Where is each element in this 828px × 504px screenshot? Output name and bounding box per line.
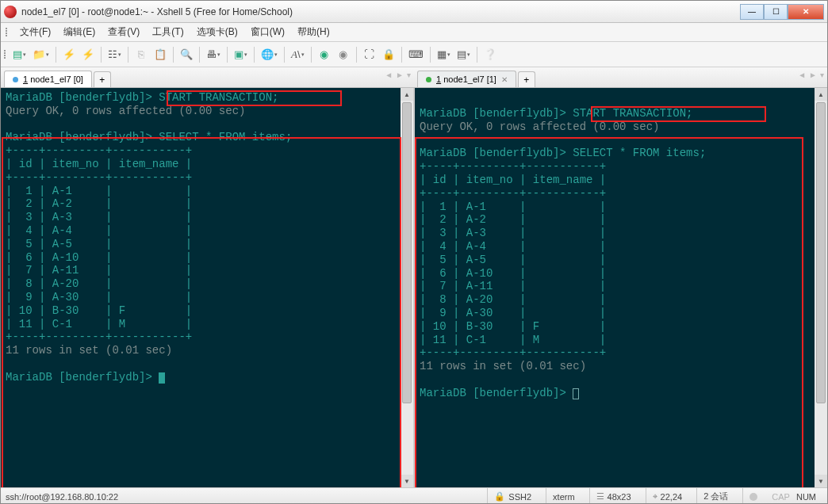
help-icon[interactable]: ❔	[481, 46, 499, 63]
font-icon[interactable]: A\▾	[289, 46, 307, 63]
colorscheme2-icon[interactable]: ◉	[335, 46, 352, 63]
lock-icon: 🔒	[494, 491, 505, 502]
cursor-icon: ⌖	[653, 491, 657, 502]
scroll-down-icon[interactable]: ▼	[401, 475, 413, 487]
window-title: node1_el7 [0] - root@node1:~ - Xshell 5 …	[21, 6, 740, 17]
status-cap: CAP	[772, 492, 790, 502]
led-icon	[749, 493, 757, 501]
disconnect-icon[interactable]: ⚡	[79, 46, 97, 63]
menu-tabs[interactable]: 选项卡(B)	[190, 24, 244, 40]
open-session-icon[interactable]: 📁▾	[30, 46, 52, 63]
tab-next-icon[interactable]: ►	[809, 71, 817, 79]
close-button[interactable]	[788, 4, 824, 20]
add-tab-button[interactable]: +	[94, 71, 111, 87]
minimize-button[interactable]	[740, 4, 764, 20]
window-buttons	[740, 4, 824, 20]
find-icon[interactable]: 🔍	[178, 46, 195, 63]
new-session-icon[interactable]: ▤▾	[10, 46, 29, 63]
toolbar-grip[interactable]	[4, 50, 6, 59]
menubar-grip[interactable]	[6, 28, 10, 36]
menu-edit[interactable]: 编辑(E)	[57, 24, 102, 40]
left-tabstrip: 1 node1_el7 [0] + ◄►▾	[1, 67, 414, 88]
tab-status-dot-icon	[426, 77, 431, 82]
scroll-down-icon[interactable]: ▼	[815, 475, 827, 487]
menubar: 文件(F) 编辑(E) 查看(V) 工具(T) 选项卡(B) 窗口(W) 帮助(…	[1, 23, 827, 42]
tab-status-dot-icon	[13, 77, 18, 82]
status-indicators: CAP NUM	[742, 488, 822, 504]
grid-icon: ☰	[596, 491, 604, 502]
titlebar: node1_el7 [0] - root@node1:~ - Xshell 5 …	[1, 1, 827, 23]
tab-close-icon[interactable]: ✕	[501, 75, 508, 84]
copy-icon[interactable]: ⎘	[132, 46, 150, 63]
scroll-thumb[interactable]	[816, 102, 826, 403]
menu-file[interactable]: 文件(F)	[13, 24, 57, 40]
status-sessions: 2 会话	[696, 488, 734, 504]
terminal-pane-right[interactable]: MariaDB [benderflydb]> START TRANSACTION…	[415, 88, 827, 487]
right-tabstrip: 1 node1_el7 [1] ✕ + ◄►▾	[414, 67, 827, 88]
properties-icon[interactable]: ☷▾	[105, 46, 124, 63]
print-icon[interactable]: 🖶▾	[204, 46, 223, 63]
tab-label: 1 node1_el7 [0]	[23, 74, 83, 84]
status-size: ☰ 48x23	[589, 488, 638, 504]
scroll-thumb[interactable]	[402, 102, 412, 403]
tab-right[interactable]: 1 node1_el7 [1] ✕	[417, 71, 516, 87]
status-pos: ⌖ 22,24	[646, 488, 689, 504]
lock-icon[interactable]: 🔒	[380, 46, 397, 63]
scrollbar[interactable]: ▲ ▼	[815, 88, 827, 487]
cascade-icon[interactable]: ▤▾	[454, 46, 473, 63]
tile-icon[interactable]: ▦▾	[435, 46, 453, 63]
globe-icon[interactable]: 🌐▾	[259, 46, 280, 63]
keyboard-icon[interactable]: ⌨	[406, 46, 426, 63]
add-tab-button[interactable]: +	[518, 71, 535, 87]
reconnect-icon[interactable]: ⚡	[60, 46, 78, 63]
menu-tool[interactable]: 工具(T)	[146, 24, 190, 40]
status-connection: ssh://root@192.168.80.10:22	[6, 492, 118, 502]
status-term: xterm	[546, 488, 581, 504]
tab-prev-icon[interactable]: ◄	[385, 71, 393, 79]
scrollbar[interactable]: ▲ ▼	[401, 88, 413, 487]
scroll-up-icon[interactable]: ▲	[815, 88, 827, 101]
menu-view[interactable]: 查看(V)	[102, 24, 146, 40]
toolbar: ▤▾ 📁▾ ⚡ ⚡ ☷▾ ⎘ 📋 🔍 🖶▾ ▣▾ 🌐▾ A\▾ ◉ ◉ ⛶ 🔒 …	[1, 42, 827, 67]
app-icon	[4, 6, 17, 18]
paste-icon[interactable]: 📋	[151, 46, 169, 63]
colorscheme-icon[interactable]: ◉	[316, 46, 333, 63]
xftp-icon[interactable]: ▣▾	[232, 46, 250, 63]
statusbar: ssh://root@192.168.80.10:22 🔒SSH2 xterm …	[1, 487, 827, 504]
tab-prev-icon[interactable]: ◄	[798, 71, 806, 79]
fullscreen-icon[interactable]: ⛶	[361, 46, 378, 63]
scroll-up-icon[interactable]: ▲	[401, 88, 413, 101]
maximize-button[interactable]	[764, 4, 788, 20]
terminal-panes: MariaDB [benderflydb]> START TRANSACTION…	[1, 88, 827, 487]
tab-label: 1 node1_el7 [1]	[436, 74, 496, 84]
tabstrip-row: 1 node1_el7 [0] + ◄►▾ 1 node1_el7 [1] ✕ …	[1, 67, 827, 88]
menu-window[interactable]: 窗口(W)	[244, 24, 291, 40]
status-ssh: 🔒SSH2	[487, 488, 538, 504]
menu-help[interactable]: 帮助(H)	[291, 24, 336, 40]
tab-next-icon[interactable]: ►	[396, 71, 404, 79]
tab-left[interactable]: 1 node1_el7 [0]	[4, 71, 92, 87]
status-num: NUM	[796, 492, 816, 502]
tab-menu-icon[interactable]: ▾	[407, 71, 411, 79]
terminal-pane-left[interactable]: MariaDB [benderflydb]> START TRANSACTION…	[1, 88, 415, 487]
tab-menu-icon[interactable]: ▾	[820, 71, 824, 79]
